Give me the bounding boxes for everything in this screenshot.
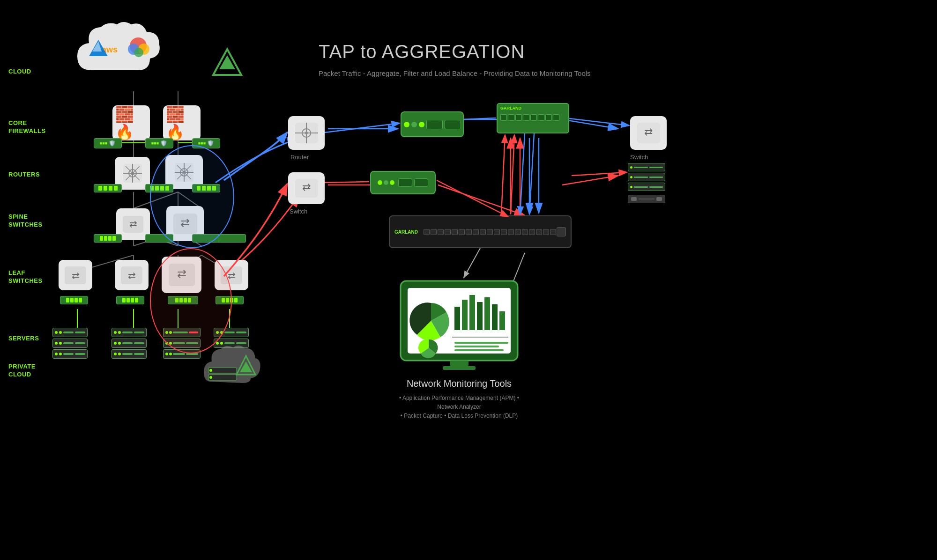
svg-rect-111 [492,304,498,330]
monitoring-screen [398,279,520,374]
svg-line-45 [438,185,525,215]
private-cloud-label: PRIVATECLOUD [8,363,36,379]
red-circle-highlight [150,248,232,354]
svg-rect-107 [462,300,468,330]
garland-logo-cloud [211,47,244,81]
svg-rect-109 [477,302,483,330]
server-group-2 [112,328,147,359]
monitoring-title: Network Monitoring Tools • Application P… [394,378,525,421]
private-cloud-shape [201,342,262,391]
svg-line-125 [325,182,369,183]
svg-line-130 [511,135,514,214]
tap-device-lower [370,171,436,194]
firewall-1-icon: 🧱🔥 [115,105,147,141]
garland-aggregator-top: GARLAND [497,103,569,133]
svg-rect-87 [208,368,237,373]
svg-line-43 [562,119,618,129]
svg-line-122 [325,123,400,133]
right-switch-box: ⇄ [288,172,325,204]
svg-rect-118 [443,366,476,370]
firewalls-label: COREFIREWALLS [8,119,46,135]
svg-text:⇄: ⇄ [129,219,137,229]
main-title: TAP to AGGREGATION [319,41,525,62]
tap-leaf-2 [116,296,144,304]
svg-line-132 [464,248,480,278]
leaf-switch-1: ⇄ [59,260,92,290]
svg-marker-60 [219,55,235,69]
right-server-stacks [628,163,665,203]
switch-label: Switch [290,208,307,215]
tap-router-1 [94,184,122,192]
main-subtitle: Packet Traffic - Aggregate, Filter and L… [319,69,591,78]
svg-text:⇄: ⇄ [302,181,311,193]
svg-line-128 [520,133,525,214]
far-right-switch: ⇄ [630,116,667,150]
svg-rect-106 [454,307,460,330]
leaf-switch-2: ⇄ [115,260,149,290]
svg-line-131 [501,135,505,214]
tap-leaf-1 [60,296,88,304]
svg-point-90 [209,376,212,379]
tap-spine-4 [218,234,246,243]
firewall-2-icon: 🧱🔥 [166,105,198,141]
tap-fw1-left: ■■■ 🛡️ [94,138,122,148]
svg-line-123 [464,118,496,119]
svg-rect-88 [208,375,237,380]
cloud-shape: aws [73,19,166,81]
svg-point-58 [134,48,143,57]
svg-text:⇄: ⇄ [128,270,136,280]
svg-rect-116 [454,349,504,351]
svg-line-127 [572,172,627,176]
spine-switches-label: SPINESWITCHES [8,213,43,229]
leaf-switches-label: LEAFSWITCHES [8,269,43,285]
svg-line-124 [569,118,629,125]
blue-circle-highlight [150,145,234,248]
svg-point-97 [305,132,308,134]
svg-rect-114 [454,342,508,344]
svg-rect-117 [450,361,468,366]
svg-text:⇄: ⇄ [72,270,80,280]
svg-rect-110 [484,297,490,330]
router-label: Router [290,154,309,161]
firewall-2: 🧱🔥 [163,105,201,140]
garland-agg-switch-main: GARLAND [389,215,572,248]
svg-point-67 [131,172,134,175]
svg-text:⇄: ⇄ [644,126,653,138]
right-router-box [288,116,325,150]
svg-line-46 [562,176,618,185]
cloud-label: CLOUD [8,68,31,75]
svg-line-129 [529,133,534,214]
server-group-1 [52,328,88,359]
tap-spine-1 [94,234,122,243]
tap-fw1-right: ■■■ 🛡️ [145,138,173,148]
svg-rect-108 [469,295,475,330]
firewall-1: 🧱🔥 [112,105,150,140]
svg-point-89 [209,369,212,372]
svg-text:⇄: ⇄ [228,270,236,280]
svg-rect-115 [454,346,499,347]
servers-label: SERVERS [8,335,39,342]
tap-device-top [401,111,464,137]
svg-line-126 [437,180,508,217]
far-right-switch-label: Switch [630,154,648,161]
routers-label: ROUTERS [8,171,40,178]
svg-rect-112 [499,311,505,330]
